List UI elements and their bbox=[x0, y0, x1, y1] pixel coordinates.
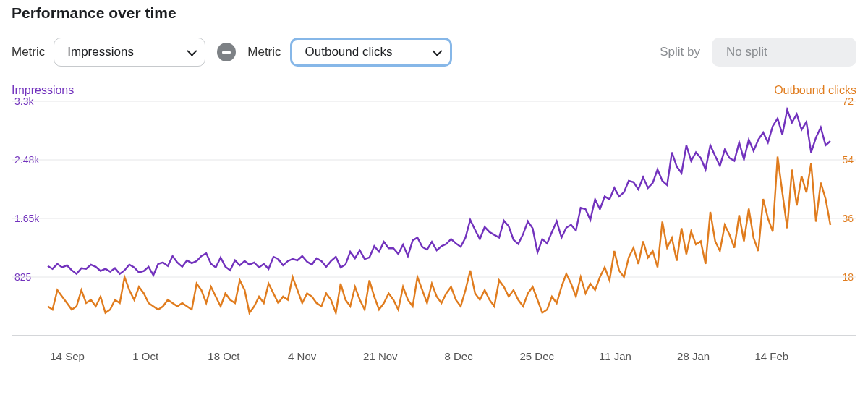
chevron-down-icon bbox=[422, 45, 440, 59]
legend-row: Impressions Outbound clicks bbox=[12, 84, 856, 97]
chart-container: 3.3k2.48k1.65k825 72543618 14 Sep1 Oct18… bbox=[12, 101, 856, 369]
x-tick: 18 Oct bbox=[208, 350, 239, 362]
metric-2-group: Metric Outbound clicks bbox=[247, 38, 451, 67]
grid-lines bbox=[12, 101, 856, 277]
x-tick: 1 Oct bbox=[132, 350, 158, 362]
series-impressions bbox=[48, 110, 830, 276]
metric-2-value: Outbound clicks bbox=[305, 45, 393, 59]
split-by-select[interactable]: No split bbox=[712, 38, 856, 67]
metric-1-select[interactable]: Impressions bbox=[54, 38, 205, 67]
controls-bar: Metric Impressions Metric Outbound click… bbox=[12, 38, 856, 67]
x-tick: 11 Jan bbox=[599, 350, 631, 362]
metric-2-label: Metric bbox=[247, 45, 281, 59]
chart-plot bbox=[12, 101, 856, 347]
chevron-down-icon bbox=[177, 45, 195, 59]
x-tick: 14 Feb bbox=[754, 350, 788, 362]
metric-1-group: Metric Impressions bbox=[12, 38, 205, 67]
metric-1-label: Metric bbox=[12, 45, 45, 59]
x-tick: 28 Jan bbox=[677, 350, 710, 362]
split-by-label: Split by bbox=[660, 45, 700, 59]
x-tick: 21 Nov bbox=[363, 350, 398, 362]
x-tick: 25 Dec bbox=[519, 350, 554, 362]
series-outbound-clicks bbox=[48, 157, 830, 313]
remove-metric-icon[interactable] bbox=[217, 43, 236, 61]
x-tick: 8 Dec bbox=[444, 350, 472, 362]
x-tick: 4 Nov bbox=[288, 350, 316, 362]
x-tick: 14 Sep bbox=[50, 350, 85, 362]
metric-2-select[interactable]: Outbound clicks bbox=[290, 38, 452, 67]
page-title: Performance over time bbox=[12, 4, 856, 22]
split-by-value: No split bbox=[726, 45, 767, 59]
metric-1-value: Impressions bbox=[67, 45, 134, 59]
x-axis-ticks: 14 Sep1 Oct18 Oct4 Nov21 Nov8 Dec25 Dec1… bbox=[12, 350, 856, 369]
